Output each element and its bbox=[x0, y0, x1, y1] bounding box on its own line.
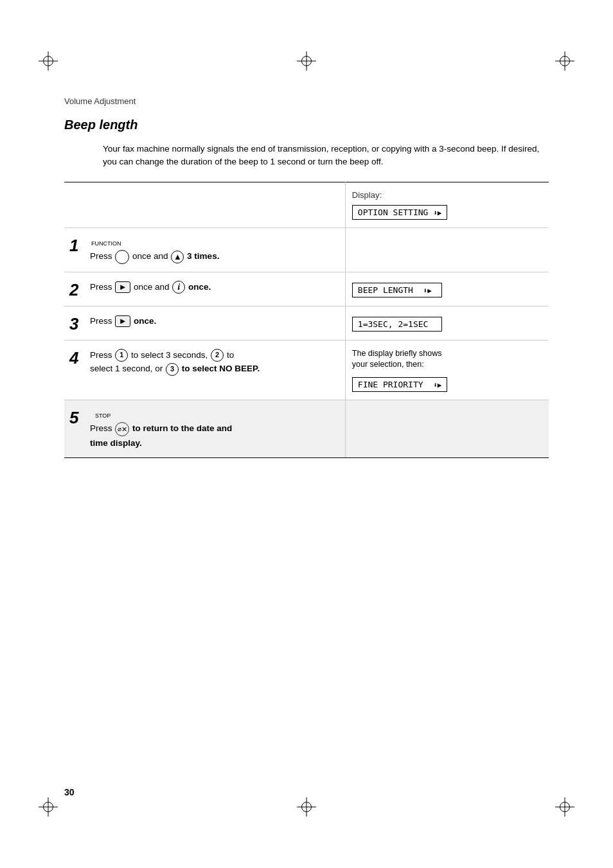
step2-text-once: once. bbox=[188, 282, 211, 292]
table-header-row: Display: OPTION SETTING ⬇▶ bbox=[64, 182, 549, 227]
step3-left: 3 Press ► once. bbox=[64, 306, 345, 340]
step3-right: 1=3SEC, 2=1SEC bbox=[345, 306, 549, 340]
step5-text-press: Press bbox=[90, 423, 114, 433]
step1-text-press: Press bbox=[90, 251, 114, 261]
page-number: 30 bbox=[64, 787, 75, 797]
step3-display: 1=3SEC, 2=1SEC bbox=[352, 317, 442, 332]
table-row: 4 Press 1 to select 3 seconds, 2 to sele… bbox=[64, 340, 549, 400]
page-content: Volume Adjustment Beep length Your fax m… bbox=[64, 96, 549, 458]
reg-mark-top-left bbox=[39, 51, 58, 71]
step1-label-above: FUNCTION bbox=[91, 239, 121, 248]
step4-display-note: The display briefly showsyour selection,… bbox=[352, 348, 542, 371]
step2-content: Press ► once and 𝑖 once. bbox=[90, 280, 339, 294]
btn-2-icon: 2 bbox=[211, 349, 224, 362]
section-title: Beep length bbox=[64, 118, 549, 132]
step2-text-press: Press bbox=[90, 282, 114, 292]
step3-number: 3 bbox=[69, 315, 78, 332]
step4-text2: to select 3 seconds, bbox=[131, 350, 210, 360]
left-header-cell bbox=[64, 182, 345, 227]
info-button-icon: 𝑖 bbox=[172, 281, 185, 294]
step2-display: BEEP LENGTH ⬇▶ bbox=[352, 283, 442, 297]
up-button-icon: ▲ bbox=[171, 251, 184, 263]
reg-mark-bottom-left bbox=[39, 797, 58, 817]
step1-left: 1 FUNCTION Press once and ▲ 3 times. bbox=[64, 227, 345, 272]
step1-display: OPTION SETTING ⬇▶ bbox=[352, 205, 448, 220]
step4-left: 4 Press 1 to select 3 seconds, 2 to sele… bbox=[64, 340, 345, 400]
table-row: 3 Press ► once. 1=3SEC, 2=1SEC bbox=[64, 306, 549, 340]
step1-content: FUNCTION Press once and ▲ 3 times. bbox=[90, 236, 339, 264]
intro-text: Your fax machine normally signals the en… bbox=[103, 143, 549, 169]
step5-left: 5 STOP Press ⌀ to return to the date and… bbox=[64, 400, 345, 458]
step2-text-once-and: once and bbox=[134, 282, 172, 292]
reg-mark-top-center bbox=[297, 51, 316, 71]
table-row: 5 STOP Press ⌀ to return to the date and… bbox=[64, 400, 549, 458]
step5-number: 5 bbox=[69, 409, 78, 426]
step1-text-times: 3 times. bbox=[187, 251, 219, 261]
reg-mark-bottom-right bbox=[555, 797, 574, 817]
table-row: 2 Press ► once and 𝑖 once. BEEP LENGTH ⬇… bbox=[64, 272, 549, 306]
reg-mark-top-right bbox=[555, 51, 574, 71]
step4-text5: to select NO BEEP. bbox=[182, 364, 260, 373]
step4-content: Press 1 to select 3 seconds, 2 to select… bbox=[90, 348, 339, 376]
function-button-icon bbox=[115, 250, 129, 264]
table-row: 1 FUNCTION Press once and ▲ 3 times. bbox=[64, 227, 549, 272]
btn-3-icon: 3 bbox=[166, 363, 179, 376]
step3-content: Press ► once. bbox=[90, 314, 339, 328]
display-label: Display: bbox=[352, 190, 542, 200]
step4-right: The display briefly showsyour selection,… bbox=[345, 340, 549, 400]
btn-1-icon: 1 bbox=[115, 349, 128, 362]
step1-right bbox=[345, 227, 549, 272]
step4-text1: Press bbox=[90, 350, 114, 360]
step4-text3: to bbox=[227, 350, 234, 360]
step2-number: 2 bbox=[69, 281, 78, 298]
stop-button-icon: ⌀ bbox=[115, 422, 129, 436]
right-button-icon: ► bbox=[115, 281, 130, 293]
section-header: Volume Adjustment bbox=[64, 96, 549, 106]
step3-text-once: once. bbox=[134, 316, 156, 326]
step5-content: STOP Press ⌀ to return to the date andti… bbox=[90, 408, 339, 450]
reg-mark-bottom-center bbox=[297, 797, 316, 817]
step4-display: FINE PRIORITY ⬇▶ bbox=[352, 377, 448, 392]
step4-number: 4 bbox=[69, 350, 78, 366]
step1-number: 1 bbox=[69, 237, 78, 254]
step2-right: BEEP LENGTH ⬇▶ bbox=[345, 272, 549, 306]
step2-left: 2 Press ► once and 𝑖 once. bbox=[64, 272, 345, 306]
instruction-table: Display: OPTION SETTING ⬇▶ 1 FUNCTION Pr… bbox=[64, 182, 549, 459]
right-button-icon-2: ► bbox=[115, 315, 130, 327]
step3-text-press: Press bbox=[90, 316, 114, 326]
step1-text-once-and: once and bbox=[132, 251, 170, 261]
right-header-cell: Display: OPTION SETTING ⬇▶ bbox=[345, 182, 549, 227]
step4-text4: select 1 second, or bbox=[90, 364, 165, 373]
step5-right bbox=[345, 400, 549, 458]
